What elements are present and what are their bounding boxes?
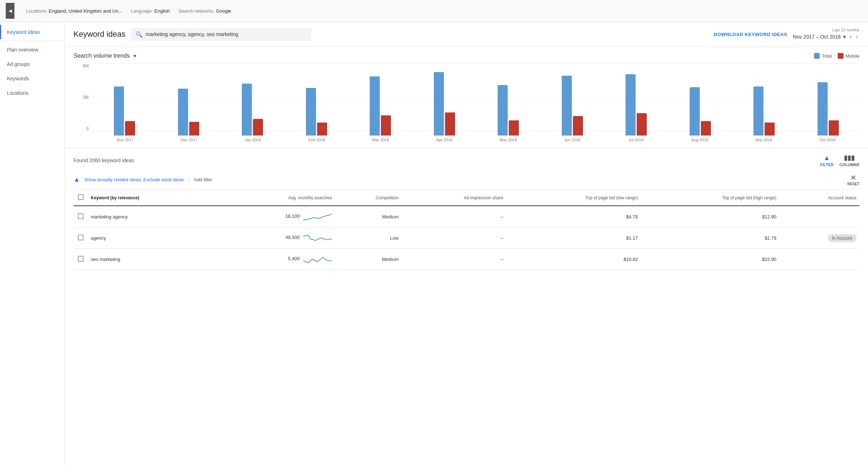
th-top-page-high-label: Top of page bid (high range) bbox=[722, 195, 776, 200]
bar-total bbox=[562, 76, 572, 136]
th-account-status: Account status bbox=[779, 190, 859, 206]
header-actions: ▲ FILTER ▮▮▮ COLUMNS bbox=[820, 154, 859, 167]
add-filter-link[interactable]: Add filter bbox=[194, 177, 212, 182]
date-dropdown-button[interactable]: ▼ bbox=[842, 34, 847, 40]
bar-mobile bbox=[765, 123, 775, 136]
row-checkbox-cell bbox=[74, 206, 88, 227]
chart-dropdown-icon[interactable]: ▼ bbox=[133, 53, 137, 59]
sidebar: Keyword ideas Plan overview Ad groups Ke… bbox=[0, 22, 65, 466]
page-header: Keyword ideas 🔍 DOWNLOAD KEYWORD IDEAS L… bbox=[65, 22, 868, 47]
bar-mobile bbox=[637, 113, 647, 136]
filter-close-button[interactable]: ✕ RESET bbox=[847, 173, 859, 186]
row-competition: Medium bbox=[335, 249, 401, 270]
bar-group bbox=[413, 72, 476, 136]
row-top-page-low: $4.78 bbox=[506, 206, 641, 227]
filter-funnel-icon: ▲ bbox=[74, 176, 80, 183]
x-axis-label: Sep 2018 bbox=[732, 138, 796, 142]
sidebar-item-locations[interactable]: Locations bbox=[0, 86, 64, 100]
bar-total bbox=[818, 82, 828, 136]
sidebar-item-ad-groups[interactable]: Ad groups bbox=[0, 57, 64, 71]
language-value: English bbox=[155, 8, 170, 14]
locations-label: Locations: bbox=[26, 8, 47, 14]
search-icon: 🔍 bbox=[135, 31, 143, 38]
page-title: Keyword ideas bbox=[74, 30, 125, 39]
bar-group bbox=[541, 76, 604, 136]
search-box[interactable]: 🔍 bbox=[131, 28, 311, 41]
bar-total bbox=[498, 85, 508, 136]
keywords-count: Found 2060 keyword ideas bbox=[74, 157, 134, 163]
date-prev-button[interactable]: ‹ bbox=[848, 33, 853, 41]
sidebar-item-keywords[interactable]: Keywords bbox=[0, 71, 64, 86]
row-checkbox[interactable] bbox=[78, 235, 84, 240]
filter-bar: ▲ Show broadly related ideas; Exclude ad… bbox=[74, 170, 859, 190]
y-label-6m: 6M bbox=[83, 63, 89, 68]
bar-total bbox=[114, 86, 124, 136]
columns-button[interactable]: ▮▮▮ COLUMNS bbox=[839, 154, 859, 167]
chart-title: Search volume trends bbox=[74, 53, 130, 59]
x-axis-label: Jun 2018 bbox=[540, 138, 604, 142]
x-axis-label: Oct 2018 bbox=[796, 138, 859, 142]
sidebar-label-keywords: Keywords bbox=[7, 76, 29, 81]
table-body: marketing agency18,100 Medium–$4.78$12.9… bbox=[74, 206, 859, 270]
bar-total bbox=[178, 89, 188, 136]
row-competition: Low bbox=[335, 227, 401, 249]
row-checkbox-cell bbox=[74, 227, 88, 249]
locations-item: Locations: England, United Kingdom and U… bbox=[26, 8, 122, 14]
bar-mobile bbox=[189, 122, 199, 136]
bar-mobile bbox=[253, 119, 263, 136]
chart-area: Nov 2017Dec 2017Jan 2018Feb 2018Mar 2018… bbox=[93, 63, 859, 142]
sidebar-item-keyword-ideas[interactable]: Keyword ideas bbox=[0, 25, 64, 39]
th-keyword: Keyword (by relevance) bbox=[88, 190, 214, 206]
row-checkbox[interactable] bbox=[78, 256, 84, 262]
table-head: Keyword (by relevance) Avg. monthly sear… bbox=[74, 190, 859, 206]
bar-total bbox=[690, 87, 700, 136]
date-range-value: Nov 2017 – Oct 2018 bbox=[793, 34, 841, 40]
collapse-sidebar-button[interactable]: ◀ bbox=[6, 3, 14, 19]
row-account-status bbox=[779, 249, 859, 270]
x-axis-label: May 2018 bbox=[476, 138, 540, 142]
bar-group bbox=[797, 82, 860, 136]
date-next-button[interactable]: › bbox=[855, 33, 859, 41]
row-checkbox[interactable] bbox=[78, 213, 84, 219]
filter-button[interactable]: ▲ FILTER bbox=[820, 154, 834, 167]
th-top-page-low: Top of page bid (low range) bbox=[506, 190, 641, 206]
download-button[interactable]: DOWNLOAD KEYWORD IDEAS bbox=[714, 32, 787, 37]
sidebar-divider bbox=[0, 41, 64, 41]
bar-total bbox=[306, 88, 316, 136]
bar-mobile bbox=[701, 121, 711, 136]
bar-mobile bbox=[509, 120, 519, 136]
bar-mobile bbox=[317, 123, 327, 136]
x-axis-label: Aug 2018 bbox=[668, 138, 732, 142]
found-prefix: Found bbox=[74, 157, 89, 163]
bar-total bbox=[753, 86, 764, 136]
networks-item: Search networks: Google bbox=[178, 8, 231, 14]
table-row: seo marketing5,400 Medium–$10.82$22.90 bbox=[74, 249, 859, 270]
row-avg-monthly: 49,500 bbox=[214, 227, 335, 249]
language-label: Language: bbox=[131, 8, 153, 14]
th-competition-label: Competition bbox=[375, 195, 399, 200]
bar-group bbox=[221, 84, 284, 136]
bar-group bbox=[157, 89, 220, 136]
bar-group bbox=[349, 76, 412, 136]
networks-label: Search networks: bbox=[178, 8, 214, 14]
sidebar-item-plan-overview[interactable]: Plan overview bbox=[0, 43, 64, 57]
bar-group bbox=[285, 88, 348, 136]
locations-value: England, United Kingdom and Un... bbox=[49, 8, 122, 14]
table-row: marketing agency18,100 Medium–$4.78$12.9… bbox=[74, 206, 859, 227]
x-axis-label: Nov 2017 bbox=[93, 138, 157, 142]
header-checkbox[interactable] bbox=[78, 194, 84, 200]
row-top-page-high: $22.90 bbox=[641, 249, 779, 270]
row-competition: Medium bbox=[335, 206, 401, 227]
sidebar-label-plan-overview: Plan overview bbox=[7, 47, 38, 53]
th-top-page-high: Top of page bid (high range) bbox=[641, 190, 779, 206]
close-icon: ✕ bbox=[850, 173, 856, 182]
bar-total bbox=[242, 84, 252, 136]
x-axis: Nov 2017Dec 2017Jan 2018Feb 2018Mar 2018… bbox=[93, 138, 859, 142]
row-avg-monthly: 5,400 bbox=[214, 249, 335, 270]
keywords-table: Keyword (by relevance) Avg. monthly sear… bbox=[74, 190, 859, 270]
bar-group bbox=[669, 87, 732, 136]
content-area: Keyword ideas 🔍 DOWNLOAD KEYWORD IDEAS L… bbox=[65, 22, 868, 466]
filter-link[interactable]: Show broadly related ideas; Exclude adul… bbox=[84, 177, 184, 182]
search-input[interactable] bbox=[146, 31, 307, 37]
bar-group bbox=[477, 85, 540, 136]
